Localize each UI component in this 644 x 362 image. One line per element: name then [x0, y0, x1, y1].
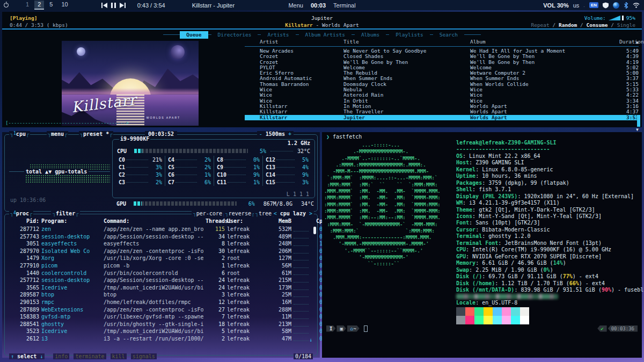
process-row[interactable]: 2612i3i3 -a --restart /run/user/1000/2le…	[7, 335, 315, 343]
cell-artist: Thomas Barrandon	[260, 82, 343, 87]
process-row[interactable]: 290153rmpc/home/lefreak/dotfiles/rmpc12l…	[7, 299, 315, 306]
mode-consume[interactable]: Consume	[586, 22, 608, 28]
tab-directories[interactable]: Directories	[211, 31, 258, 39]
core-usage-value: 6%	[198, 179, 211, 185]
fastfetch-line: CPU: Intel(R) Core(TM) i9-9900KF (16) @ …	[456, 247, 644, 253]
proc-scrollbar-thumb[interactable]	[313, 227, 316, 234]
process-row[interactable]: 287712zen/app/zen/zen --name app.zen_bro…	[7, 226, 315, 233]
queue-row[interactable]: KillstarrJupiterWorlds Apart3:53	[245, 115, 639, 120]
queue-row[interactable]: CrozetWe'll Be Gone by ThenWe'll Be Gone…	[245, 60, 639, 65]
tab-album-artists[interactable]: Album Artists	[299, 31, 352, 39]
queue-row[interactable]: WiceIn OrbitWice3:34	[245, 98, 639, 104]
song-progress-bar[interactable]: [---------------------------------------…	[5, 120, 129, 126]
proc-scroll-down-icon[interactable]: ↓	[309, 337, 312, 343]
wifi-icon[interactable]	[633, 2, 640, 8]
info-value: : en_US.UTF-8	[475, 300, 517, 306]
graph-divider[interactable]: total ▲▼ gpu-totals	[9, 171, 110, 172]
queue-row[interactable]: Thomas BarrandonDoomsday ClockWhen World…	[245, 82, 639, 87]
queue-row[interactable]: KillstarrIn MotionWorlds Apart3:16	[245, 104, 639, 109]
info-button[interactable]: info	[53, 353, 69, 359]
reverse-button[interactable]: ┐reverse┌	[224, 211, 256, 216]
mode-single[interactable]: Single	[617, 22, 635, 28]
cwd-segment[interactable]: ⌂~	[347, 325, 360, 332]
keyboard-layout[interactable]: us	[573, 2, 580, 9]
cell-mem: 206M	[267, 248, 291, 255]
kill-button[interactable]: kill	[111, 353, 127, 359]
sort-selector[interactable]: < cpu lazy >	[272, 211, 314, 216]
process-row[interactable]: 277910picompicom -b1lefreak56M0.1	[7, 262, 315, 270]
mode-random[interactable]: Random	[559, 22, 577, 28]
filter-button[interactable]: ┐filter┌	[51, 211, 80, 216]
tab-albums[interactable]: Albums	[355, 31, 386, 39]
media-prev-icon[interactable]	[101, 3, 107, 8]
cpu-core-box: i9-9900KF 1.2 GHz CPU 5% 32°C C021%C13%C…	[112, 139, 315, 198]
power-icon[interactable]	[4, 3, 9, 8]
queue-row[interactable]: KillstarrThe TravellerWorlds Apart4:37	[245, 109, 639, 114]
cpu-label: CPU	[117, 148, 131, 154]
tab-search[interactable]: Search	[433, 31, 464, 39]
col-user[interactable]: User:	[227, 218, 265, 224]
media-pause-icon[interactable]	[111, 3, 116, 8]
queue-row[interactable]: New ArcadesWe Never Got to Say GoodbyeWe…	[245, 48, 639, 54]
queue-row[interactable]: CrozetClosed ShadesWe'll Be Gone by Then…	[245, 54, 639, 59]
gpu-usage-bar	[134, 201, 237, 206]
scrollbar-thumb[interactable]	[637, 115, 640, 127]
process-row[interactable]: 3523Icedrive/tmp/.mount_icedriW2UAWd/usr…	[7, 328, 315, 335]
select-control[interactable]: ↑ select ↓	[9, 353, 45, 359]
volume-row[interactable]: Volume: 95%	[531, 15, 635, 21]
process-row[interactable]: 288541ghostty/usr/bin/ghostty --gtk-sing…	[7, 321, 315, 328]
process-row[interactable]: 1440coolercontrold/usr/bin/coolercontrol…	[7, 270, 315, 277]
queue-scrollbar[interactable]: ▲ ▼	[636, 40, 641, 132]
tab-artists[interactable]: Artists	[261, 31, 295, 39]
interval-plus-button[interactable]: +	[288, 131, 291, 137]
workspace-button-10[interactable]: 10	[58, 1, 71, 10]
col-title: Title	[343, 39, 470, 45]
col-memb[interactable]: MemB	[267, 218, 291, 224]
queue-row[interactable]: Android AutomaticWhen Summer EndsWhen Su…	[245, 76, 639, 81]
terminate-button[interactable]: terminate	[74, 353, 106, 359]
process-row[interactable]: 3565Icedrive/tmp/.mount_icedriW2UAWd/usr…	[7, 284, 315, 292]
process-row[interactable]: 287889WebExtensions/app/zen/zen -content…	[7, 306, 315, 314]
queue-row[interactable]: WiceNebulaWice5:33	[245, 87, 639, 92]
col-pid[interactable]: Pid:	[9, 218, 39, 224]
per-core-button[interactable]: ┐per-core┌	[192, 211, 227, 216]
menu-button[interactable]: Menu	[288, 2, 303, 9]
queue-row[interactable]: PYLOTWelcomeWelcome5:02	[245, 65, 639, 70]
process-row[interactable]: 257743session-desktop/app/Session/sessio…	[7, 233, 315, 241]
process-row[interactable]: 289587btopbtop3lefreak25M0.0	[7, 291, 315, 299]
mode-repeat[interactable]: Repeat	[531, 22, 549, 28]
col-program[interactable]: Program:	[41, 218, 101, 224]
cell-program: zen	[41, 226, 101, 233]
queue-row[interactable]: Eric SferroThe RebuildWetware Computer 2…	[245, 70, 639, 76]
browser-icon[interactable]	[613, 2, 619, 9]
signals-button[interactable]: signals	[131, 353, 157, 359]
workspace-button-5[interactable]: 5	[46, 1, 56, 10]
shield-icon[interactable]	[603, 2, 609, 9]
bluetooth-icon[interactable]	[624, 2, 628, 9]
scroll-up-icon[interactable]: ▲	[636, 40, 639, 45]
scroll-down-icon[interactable]: ▼	[636, 127, 639, 132]
media-next-icon[interactable]	[120, 3, 126, 8]
core-name: C7	[168, 179, 174, 185]
cell-user: lefreak	[227, 226, 265, 233]
tab-queue[interactable]: Queue	[180, 31, 208, 39]
proc-box-title[interactable]: ┐4proc┌	[9, 211, 33, 216]
interval-minus-button[interactable]: -	[259, 131, 262, 137]
process-row[interactable]: 3051easyeffectseasyeffects8lefreak248M1.…	[7, 240, 315, 248]
col-threads[interactable]: Threads:	[206, 218, 225, 224]
workspace-button-2[interactable]: 2	[34, 1, 44, 10]
process-row[interactable]: 257712session-desktop/app/Session/sessio…	[7, 277, 315, 284]
language-badge[interactable]: EN	[589, 2, 598, 8]
process-row[interactable]: 1479Xorg/usr/lib/xorg/Xorg -core :0 -se2…	[7, 255, 315, 262]
media-controls	[101, 3, 126, 8]
cell-mem: 56M	[267, 262, 291, 270]
tab-playlists[interactable]: Playlists	[389, 31, 429, 39]
volume-indicator[interactable]: VOL 30%	[543, 2, 569, 9]
process-row[interactable]: 158383gvfsd-mtp/usr/libexec/gvfsd-mtp --…	[7, 313, 315, 321]
workspace-button-1[interactable]: 1	[23, 1, 32, 10]
col-command[interactable]: Command:	[104, 218, 203, 224]
queue-row[interactable]: WiceAsteroid RainWice4:22	[245, 92, 639, 98]
info-value: )	[550, 267, 553, 273]
cell-program: ghostty	[41, 321, 101, 328]
process-row[interactable]: 287970Isolated Web Co/app/zen/zen -conte…	[7, 248, 315, 255]
